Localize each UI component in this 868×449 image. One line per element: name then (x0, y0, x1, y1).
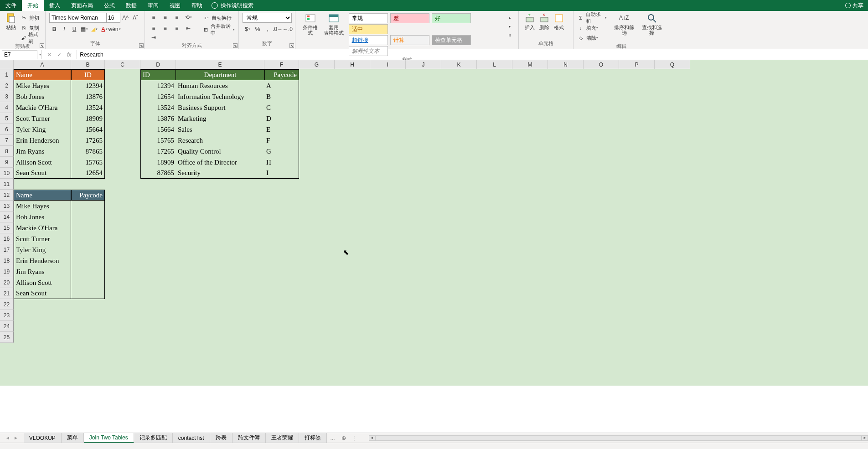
cell-B13[interactable] (71, 201, 105, 212)
tell-me-search[interactable]: 操作说明搜索 (212, 2, 253, 10)
col-header-K[interactable]: K (441, 60, 477, 69)
cell-D4[interactable]: 13524 (140, 102, 176, 113)
font-size-select[interactable] (107, 13, 120, 23)
cell-F4[interactable]: C (264, 102, 299, 113)
cell-E4[interactable]: Business Support (176, 102, 264, 113)
cell-B9[interactable]: 15765 (71, 157, 105, 168)
border-button[interactable]: ▦ (80, 25, 89, 34)
cell-E2[interactable]: Human Resources (176, 80, 264, 91)
cell-B16[interactable] (71, 233, 105, 244)
style-neutral[interactable]: 适中 (349, 24, 388, 34)
cell-E6[interactable]: Sales (176, 124, 264, 135)
find-select-button[interactable]: 查找和选择 (638, 13, 666, 36)
indent-increase-icon[interactable]: ⇥ (149, 33, 158, 42)
cell-B19[interactable] (71, 266, 105, 277)
style-good[interactable]: 好 (432, 13, 471, 23)
tab-view[interactable]: 视图 (164, 0, 186, 11)
add-sheet-button[interactable]: ⊕ (339, 435, 349, 441)
cell-A4[interactable]: Mackie O'Hara (14, 102, 71, 113)
cell-B10[interactable]: 12654 (71, 168, 105, 179)
cell-F10[interactable]: I (264, 168, 299, 179)
cell-A21[interactable]: Sean Scout (14, 288, 71, 299)
select-all-corner[interactable] (0, 60, 14, 69)
col-header-O[interactable]: O (584, 60, 619, 69)
styles-scroll-up[interactable]: ▴ (505, 13, 514, 22)
cell-D10[interactable]: 87865 (140, 168, 176, 179)
row-header-13[interactable]: 13 (0, 201, 14, 212)
alignment-dialog-launcher[interactable]: ⬊ (233, 43, 238, 48)
cell-A7[interactable]: Erin Henderson (14, 135, 71, 146)
col-header-D[interactable]: D (140, 60, 176, 69)
cell-D6[interactable]: 15664 (140, 124, 176, 135)
cell-D9[interactable]: 18909 (140, 157, 176, 168)
decrease-decimal-icon[interactable]: ←.0 (283, 25, 292, 34)
bold-button[interactable]: B (50, 25, 59, 34)
font-dialog-launcher[interactable]: ⬊ (139, 43, 144, 48)
number-dialog-launcher[interactable]: ⬊ (289, 43, 294, 48)
style-calculation[interactable]: 计算 (390, 35, 429, 45)
align-bottom-icon[interactable]: ≡ (172, 13, 181, 22)
cell-B1[interactable]: ID (71, 69, 105, 80)
wrap-text-button[interactable]: ↩自动换行 (202, 13, 235, 23)
cell-B4[interactable]: 13524 (71, 102, 105, 113)
cell-F2[interactable]: A (264, 80, 299, 91)
col-header-P[interactable]: P (619, 60, 655, 69)
row-header-16[interactable]: 16 (0, 233, 14, 244)
col-header-Q[interactable]: Q (655, 60, 690, 69)
sheet-tab-0[interactable]: VLOOKUP (24, 433, 62, 443)
tab-data[interactable]: 数据 (120, 0, 142, 11)
cell-E10[interactable]: Security (176, 168, 264, 179)
sheet-tab-8[interactable]: 打标签 (299, 433, 327, 443)
align-right-icon[interactable]: ≡ (172, 24, 181, 33)
cell-E9[interactable]: Office of the Director (176, 157, 264, 168)
paste-button[interactable]: 粘贴 (4, 13, 18, 30)
row-header-15[interactable]: 15 (0, 222, 14, 233)
align-top-icon[interactable]: ≡ (149, 13, 158, 22)
autosum-button[interactable]: Σ自动求和 ▾ (577, 13, 607, 23)
font-color-button[interactable]: A (100, 25, 109, 34)
cell-E1[interactable]: Department (176, 69, 264, 80)
cell-B15[interactable] (71, 222, 105, 233)
horizontal-scrollbar[interactable] (375, 435, 862, 441)
row-header-21[interactable]: 21 (0, 288, 14, 299)
col-header-A[interactable]: A (14, 60, 71, 69)
align-left-icon[interactable]: ≡ (149, 24, 158, 33)
col-header-C[interactable]: C (105, 60, 140, 69)
row-header-10[interactable]: 10 (0, 168, 14, 179)
cell-A6[interactable]: Tyler King (14, 124, 71, 135)
row-header-24[interactable]: 24 (0, 321, 14, 332)
cell-D8[interactable]: 17265 (140, 146, 176, 157)
row-header-18[interactable]: 18 (0, 255, 14, 266)
cell-F8[interactable]: G (264, 146, 299, 157)
row-header-22[interactable]: 22 (0, 299, 14, 310)
col-header-F[interactable]: F (264, 60, 299, 69)
sheet-tab-2[interactable]: Join Two Tables (84, 433, 134, 443)
number-format-select[interactable]: 常规 (243, 13, 292, 23)
insert-cells-button[interactable]: +插入 (522, 13, 537, 30)
sheet-nav-next-icon[interactable]: ► (14, 435, 18, 440)
row-header-2[interactable]: 2 (0, 80, 14, 91)
cut-button[interactable]: ✂剪切 (20, 13, 41, 23)
fx-icon[interactable]: fx (67, 52, 71, 58)
cell-B14[interactable] (71, 212, 105, 222)
tab-help[interactable]: 帮助 (186, 0, 208, 11)
hscroll-right-icon[interactable]: ► (862, 435, 868, 441)
sheet-nav-prev-icon[interactable]: ◄ (5, 435, 10, 440)
col-header-J[interactable]: J (406, 60, 441, 69)
cell-B2[interactable]: 12394 (71, 80, 105, 91)
cell-B18[interactable] (71, 255, 105, 266)
row-header-17[interactable]: 17 (0, 244, 14, 255)
styles-scroll-down[interactable]: ▾ (505, 22, 514, 31)
worksheet-grid[interactable]: ABCDEFGHIJKLMNOPQ 1234567891011121314151… (0, 60, 868, 386)
percent-icon[interactable]: % (253, 25, 262, 34)
style-explanatory[interactable]: 解释性文本 (349, 46, 388, 56)
phonetic-button[interactable]: wén (110, 25, 119, 34)
sort-filter-button[interactable]: A↓Z排序和筛选 (610, 13, 638, 36)
cell-E5[interactable]: Marketing (176, 113, 264, 124)
sheet-tab-5[interactable]: 跨表 (210, 433, 232, 443)
increase-font-icon[interactable]: A^ (121, 13, 130, 22)
row-header-4[interactable]: 4 (0, 102, 14, 113)
enter-formula-icon[interactable]: ✓ (57, 52, 62, 58)
cell-E3[interactable]: Information Technology (176, 91, 264, 102)
cell-B6[interactable]: 15664 (71, 124, 105, 135)
